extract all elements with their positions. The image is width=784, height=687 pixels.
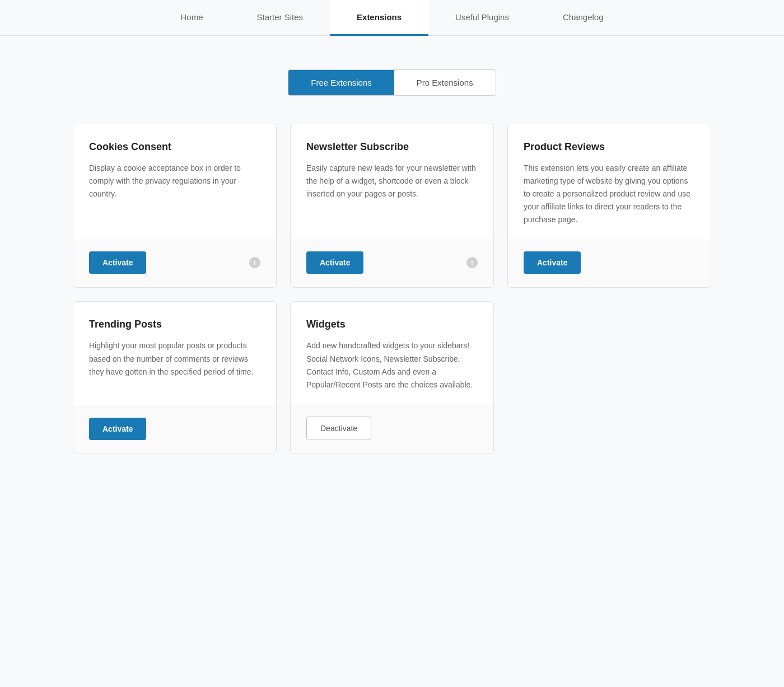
nav-tabs: Home Starter Sites Extensions Useful Plu… <box>153 0 630 36</box>
nav-tab-changelog[interactable]: Changelog <box>536 0 631 36</box>
extension-card-cookies-consent: Cookies Consent Display a cookie accepta… <box>73 124 277 288</box>
card-title-newsletter-subscribe: Newsletter Subscribe <box>306 141 478 153</box>
card-footer-product-reviews: Activate <box>508 240 711 287</box>
extensions-grid-row2: Trending Posts Highlight your most popul… <box>73 301 711 454</box>
toggle-container: Free Extensions Pro Extensions <box>288 69 496 96</box>
card-body-cookies-consent: Cookies Consent Display a cookie accepta… <box>73 124 276 240</box>
toggle-pro-extensions[interactable]: Pro Extensions <box>394 70 496 95</box>
card-desc-widgets: Add new handcrafted widgets to your side… <box>306 339 478 391</box>
card-body-trending-posts: Trending Posts Highlight your most popul… <box>73 302 276 405</box>
card-title-widgets: Widgets <box>306 319 478 330</box>
activate-button-cookies-consent[interactable]: Activate <box>89 251 146 274</box>
info-icon-newsletter-subscribe[interactable]: i <box>466 257 478 268</box>
card-desc-newsletter-subscribe: Easily capture new leads for your newsle… <box>306 162 478 200</box>
card-title-cookies-consent: Cookies Consent <box>89 141 260 153</box>
extensions-grid-row1: Cookies Consent Display a cookie accepta… <box>73 124 711 288</box>
extension-card-product-reviews: Product Reviews This extension lets you … <box>507 124 711 288</box>
nav-tab-starter-sites[interactable]: Starter Sites <box>230 0 330 36</box>
nav-tab-extensions[interactable]: Extensions <box>330 0 428 36</box>
card-body-newsletter-subscribe: Newsletter Subscribe Easily capture new … <box>291 124 493 240</box>
card-footer-newsletter-subscribe: Activate i <box>291 240 493 287</box>
nav-bar: Home Starter Sites Extensions Useful Plu… <box>0 0 784 36</box>
extension-card-trending-posts: Trending Posts Highlight your most popul… <box>73 301 277 454</box>
card-body-widgets: Widgets Add new handcrafted widgets to y… <box>291 302 493 404</box>
nav-tab-useful-plugins[interactable]: Useful Plugins <box>428 0 536 36</box>
card-footer-widgets: Deactivate <box>291 405 493 454</box>
card-footer-cookies-consent: Activate i <box>73 240 276 287</box>
info-icon-cookies-consent[interactable]: i <box>249 257 260 268</box>
card-desc-product-reviews: This extension lets you easily create an… <box>524 162 695 226</box>
extension-card-widgets: Widgets Add new handcrafted widgets to y… <box>290 301 494 454</box>
card-title-product-reviews: Product Reviews <box>524 141 695 153</box>
nav-tab-home[interactable]: Home <box>153 0 230 36</box>
activate-button-product-reviews[interactable]: Activate <box>524 251 581 274</box>
empty-card-slot <box>507 301 711 454</box>
card-desc-trending-posts: Highlight your most popular posts or pro… <box>89 339 260 378</box>
card-desc-cookies-consent: Display a cookie acceptance box in order… <box>89 162 260 200</box>
extension-card-newsletter-subscribe: Newsletter Subscribe Easily capture new … <box>290 124 494 288</box>
card-body-product-reviews: Product Reviews This extension lets you … <box>508 124 711 240</box>
card-title-trending-posts: Trending Posts <box>89 319 260 330</box>
toggle-free-extensions[interactable]: Free Extensions <box>288 70 394 95</box>
activate-button-newsletter-subscribe[interactable]: Activate <box>306 251 363 274</box>
activate-button-trending-posts[interactable]: Activate <box>89 418 146 440</box>
card-footer-trending-posts: Activate <box>73 406 276 454</box>
deactivate-button-widgets[interactable]: Deactivate <box>306 417 371 440</box>
tab-toggle: Free Extensions Pro Extensions <box>73 69 711 96</box>
main-content: Free Extensions Pro Extensions Cookies C… <box>62 36 722 476</box>
